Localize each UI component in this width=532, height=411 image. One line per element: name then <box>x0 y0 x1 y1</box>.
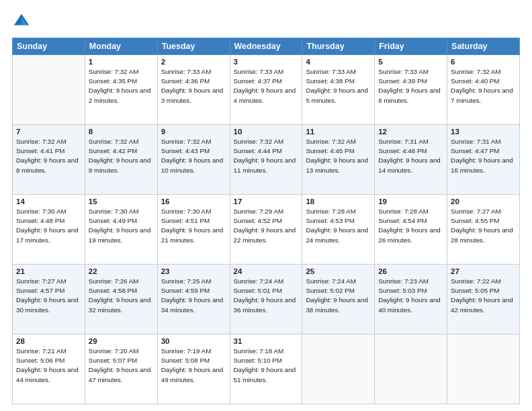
week-row-4: 21Sunrise: 7:27 AMSunset: 4:57 PMDayligh… <box>13 265 520 334</box>
calendar-cell: 14Sunrise: 7:30 AMSunset: 4:48 PMDayligh… <box>13 195 85 265</box>
day-info: Sunrise: 7:32 AMSunset: 4:45 PMDaylight:… <box>306 137 371 175</box>
calendar-cell: 19Sunrise: 7:28 AMSunset: 4:54 PMDayligh… <box>375 195 447 265</box>
day-number: 4 <box>306 58 371 66</box>
calendar-cell: 13Sunrise: 7:31 AMSunset: 4:47 PMDayligh… <box>447 125 520 195</box>
calendar-cell: 10Sunrise: 7:32 AMSunset: 4:44 PMDayligh… <box>230 125 302 195</box>
calendar-cell: 23Sunrise: 7:25 AMSunset: 4:59 PMDayligh… <box>157 265 230 334</box>
day-info: Sunrise: 7:31 AMSunset: 4:46 PMDaylight:… <box>378 137 443 175</box>
calendar-table: SundayMondayTuesdayWednesdayThursdayFrid… <box>12 38 520 404</box>
calendar-cell: 16Sunrise: 7:30 AMSunset: 4:51 PMDayligh… <box>157 195 230 265</box>
day-number: 23 <box>161 267 226 275</box>
calendar-cell: 29Sunrise: 7:20 AMSunset: 5:07 PMDayligh… <box>85 334 157 404</box>
calendar-cell: 22Sunrise: 7:26 AMSunset: 4:58 PMDayligh… <box>85 265 157 334</box>
day-number: 17 <box>234 197 299 205</box>
calendar-cell <box>302 334 375 404</box>
day-info: Sunrise: 7:28 AMSunset: 4:54 PMDaylight:… <box>378 207 443 245</box>
day-number: 25 <box>306 267 371 275</box>
day-number: 11 <box>306 128 371 136</box>
day-info: Sunrise: 7:25 AMSunset: 4:59 PMDaylight:… <box>161 277 226 315</box>
day-number: 31 <box>234 337 299 345</box>
calendar-cell: 17Sunrise: 7:29 AMSunset: 4:52 PMDayligh… <box>230 195 302 265</box>
day-number: 20 <box>451 197 516 205</box>
day-number: 24 <box>234 267 299 275</box>
day-info: Sunrise: 7:27 AMSunset: 4:57 PMDaylight:… <box>16 277 81 315</box>
day-info: Sunrise: 7:18 AMSunset: 5:10 PMDaylight:… <box>234 347 299 385</box>
calendar-cell: 1Sunrise: 7:32 AMSunset: 4:35 PMDaylight… <box>85 55 157 125</box>
day-info: Sunrise: 7:21 AMSunset: 5:06 PMDaylight:… <box>16 347 81 385</box>
day-number: 22 <box>89 267 154 275</box>
day-info: Sunrise: 7:29 AMSunset: 4:52 PMDaylight:… <box>234 207 299 245</box>
day-number: 19 <box>378 197 443 205</box>
day-info: Sunrise: 7:22 AMSunset: 5:05 PMDaylight:… <box>451 277 516 315</box>
calendar-cell: 12Sunrise: 7:31 AMSunset: 4:46 PMDayligh… <box>375 125 447 195</box>
day-number: 3 <box>234 58 299 66</box>
calendar-cell: 15Sunrise: 7:30 AMSunset: 4:49 PMDayligh… <box>85 195 157 265</box>
day-number: 27 <box>451 267 516 275</box>
day-number: 1 <box>89 58 154 66</box>
day-info: Sunrise: 7:28 AMSunset: 4:53 PMDaylight:… <box>306 207 371 245</box>
day-number: 13 <box>451 128 516 136</box>
day-number: 5 <box>378 58 443 66</box>
day-number: 9 <box>161 128 226 136</box>
day-number: 14 <box>16 197 81 205</box>
calendar-cell: 7Sunrise: 7:32 AMSunset: 4:41 PMDaylight… <box>13 125 85 195</box>
calendar-cell: 2Sunrise: 7:33 AMSunset: 4:36 PMDaylight… <box>157 55 230 125</box>
calendar-cell <box>375 334 447 404</box>
day-number: 10 <box>234 128 299 136</box>
calendar-cell <box>13 55 85 125</box>
day-number: 26 <box>378 267 443 275</box>
calendar-cell: 28Sunrise: 7:21 AMSunset: 5:06 PMDayligh… <box>13 334 85 404</box>
day-number: 18 <box>306 197 371 205</box>
day-info: Sunrise: 7:32 AMSunset: 4:41 PMDaylight:… <box>16 137 81 175</box>
day-info: Sunrise: 7:30 AMSunset: 4:49 PMDaylight:… <box>89 207 154 245</box>
calendar-cell: 3Sunrise: 7:33 AMSunset: 4:37 PMDaylight… <box>230 55 302 125</box>
day-number: 21 <box>16 267 81 275</box>
day-header-tuesday: Tuesday <box>157 38 230 55</box>
day-info: Sunrise: 7:23 AMSunset: 5:03 PMDaylight:… <box>378 277 443 315</box>
day-number: 12 <box>378 128 443 136</box>
day-info: Sunrise: 7:27 AMSunset: 4:55 PMDaylight:… <box>451 207 516 245</box>
calendar-cell: 31Sunrise: 7:18 AMSunset: 5:10 PMDayligh… <box>230 334 302 404</box>
week-row-3: 14Sunrise: 7:30 AMSunset: 4:48 PMDayligh… <box>13 195 520 265</box>
day-info: Sunrise: 7:30 AMSunset: 4:48 PMDaylight:… <box>16 207 81 245</box>
day-number: 8 <box>89 128 154 136</box>
day-info: Sunrise: 7:32 AMSunset: 4:44 PMDaylight:… <box>234 137 299 175</box>
day-info: Sunrise: 7:31 AMSunset: 4:47 PMDaylight:… <box>451 137 516 175</box>
day-number: 6 <box>451 58 516 66</box>
day-header-saturday: Saturday <box>447 38 520 55</box>
day-info: Sunrise: 7:26 AMSunset: 4:58 PMDaylight:… <box>89 277 154 315</box>
day-info: Sunrise: 7:33 AMSunset: 4:38 PMDaylight:… <box>306 67 371 105</box>
day-info: Sunrise: 7:33 AMSunset: 4:37 PMDaylight:… <box>234 67 299 105</box>
calendar-cell: 6Sunrise: 7:32 AMSunset: 4:40 PMDaylight… <box>447 55 520 125</box>
calendar-cell: 8Sunrise: 7:32 AMSunset: 4:42 PMDaylight… <box>85 125 157 195</box>
day-number: 28 <box>16 337 81 345</box>
day-info: Sunrise: 7:19 AMSunset: 5:08 PMDaylight:… <box>161 347 226 385</box>
week-row-5: 28Sunrise: 7:21 AMSunset: 5:06 PMDayligh… <box>13 334 520 404</box>
day-info: Sunrise: 7:32 AMSunset: 4:40 PMDaylight:… <box>451 67 516 105</box>
header <box>12 12 520 31</box>
calendar-header-row: SundayMondayTuesdayWednesdayThursdayFrid… <box>13 38 520 55</box>
page: SundayMondayTuesdayWednesdayThursdayFrid… <box>0 0 532 411</box>
calendar-cell: 20Sunrise: 7:27 AMSunset: 4:55 PMDayligh… <box>447 195 520 265</box>
day-info: Sunrise: 7:33 AMSunset: 4:39 PMDaylight:… <box>378 67 443 105</box>
day-header-monday: Monday <box>85 38 157 55</box>
day-info: Sunrise: 7:20 AMSunset: 5:07 PMDaylight:… <box>89 347 154 385</box>
week-row-1: 1Sunrise: 7:32 AMSunset: 4:35 PMDaylight… <box>13 55 520 125</box>
day-info: Sunrise: 7:32 AMSunset: 4:42 PMDaylight:… <box>89 137 154 175</box>
day-header-friday: Friday <box>375 38 447 55</box>
day-info: Sunrise: 7:24 AMSunset: 5:01 PMDaylight:… <box>234 277 299 315</box>
logo-icon <box>12 12 31 31</box>
week-row-2: 7Sunrise: 7:32 AMSunset: 4:41 PMDaylight… <box>13 125 520 195</box>
calendar-cell: 26Sunrise: 7:23 AMSunset: 5:03 PMDayligh… <box>375 265 447 334</box>
day-number: 16 <box>161 197 226 205</box>
day-info: Sunrise: 7:24 AMSunset: 5:02 PMDaylight:… <box>306 277 371 315</box>
calendar-cell: 21Sunrise: 7:27 AMSunset: 4:57 PMDayligh… <box>13 265 85 334</box>
calendar-cell: 9Sunrise: 7:32 AMSunset: 4:43 PMDaylight… <box>157 125 230 195</box>
day-number: 15 <box>89 197 154 205</box>
calendar-cell: 25Sunrise: 7:24 AMSunset: 5:02 PMDayligh… <box>302 265 375 334</box>
calendar-cell <box>447 334 520 404</box>
calendar-cell: 5Sunrise: 7:33 AMSunset: 4:39 PMDaylight… <box>375 55 447 125</box>
day-number: 29 <box>89 337 154 345</box>
day-info: Sunrise: 7:33 AMSunset: 4:36 PMDaylight:… <box>161 67 226 105</box>
calendar-cell: 24Sunrise: 7:24 AMSunset: 5:01 PMDayligh… <box>230 265 302 334</box>
